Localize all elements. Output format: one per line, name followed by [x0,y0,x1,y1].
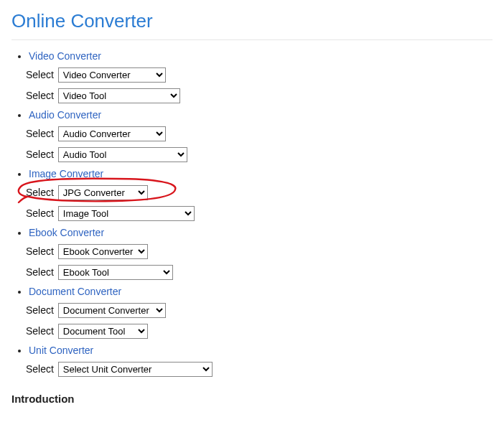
select-label: Select [26,304,54,316]
link-audio-converter[interactable]: Audio Converter [29,109,101,121]
select-video-converter[interactable]: Video Converter [58,67,166,83]
select-audio-converter[interactable]: Audio Converter [58,126,166,141]
select-label: Select [26,90,54,101]
select-label: Select [26,245,54,257]
select-document-converter[interactable]: Document Converter [58,303,166,318]
link-image-converter[interactable]: Image Converter [29,168,103,179]
select-document-tool[interactable]: Document Tool [58,324,148,339]
select-label: Select [26,187,54,198]
select-label: Select [26,266,54,278]
select-label: Select [26,325,54,337]
select-ebook-converter[interactable]: Ebook Converter [58,244,148,259]
select-label: Select [26,363,54,375]
link-video-converter[interactable]: Video Converter [29,50,101,62]
select-image-converter[interactable]: JPG Converter [58,185,148,200]
converter-list: Video Converter Select Video Converter S… [11,50,493,377]
select-label: Select [26,128,54,139]
select-label: Select [26,69,54,80]
select-image-tool[interactable]: Image Tool [58,206,195,221]
link-unit-converter[interactable]: Unit Converter [29,345,93,356]
select-audio-tool[interactable]: Audio Tool [58,147,187,162]
select-label: Select [26,149,54,160]
intro-heading: Introduction [11,393,493,405]
page-title: Online Converter [11,10,493,32]
select-video-tool[interactable]: Video Tool [58,88,180,103]
link-document-converter[interactable]: Document Converter [29,286,121,297]
link-ebook-converter[interactable]: Ebook Converter [29,227,104,238]
select-label: Select [26,207,54,219]
divider [11,39,493,40]
select-unit-converter[interactable]: Select Unit Converter [58,362,213,377]
select-ebook-tool[interactable]: Ebook Tool [58,265,173,280]
